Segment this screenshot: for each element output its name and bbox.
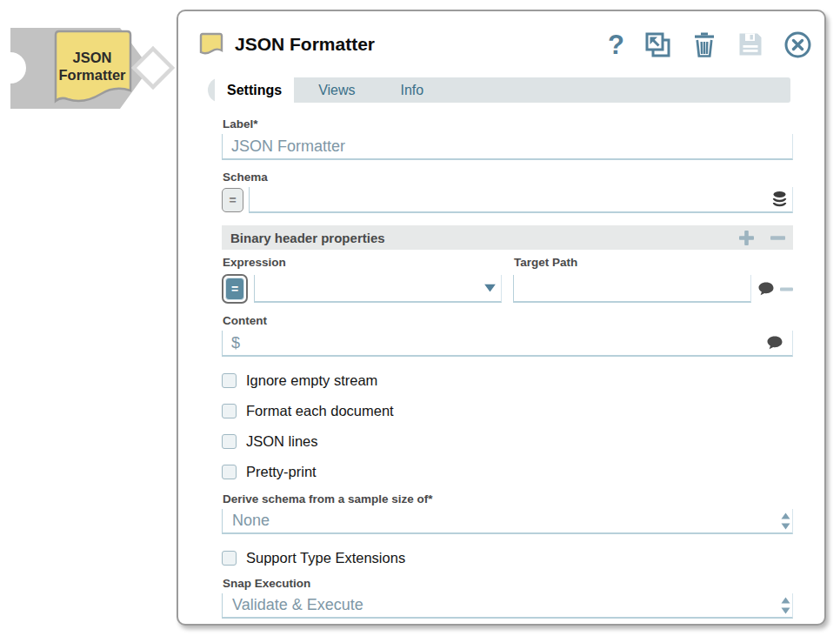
- snap-label-line2: Formatter: [58, 67, 126, 83]
- target-path-input[interactable]: [514, 279, 750, 298]
- derive-schema-value: None: [223, 512, 270, 530]
- snap-execution-field-label: Snap Execution: [223, 577, 793, 590]
- json-lines-checkbox[interactable]: [222, 434, 237, 449]
- derive-schema-field-label: Derive schema from a sample size of*: [223, 492, 793, 505]
- tab-bar: Settings Views Info: [208, 77, 790, 103]
- save-icon[interactable]: [737, 31, 763, 57]
- dialog-header: JSON Formatter ?: [197, 25, 812, 64]
- ignore-empty-stream-option: Ignore empty stream: [222, 372, 793, 389]
- binary-header-properties-title: Binary header properties: [230, 231, 385, 245]
- schema-expression-toggle[interactable]: =: [222, 188, 243, 212]
- schema-field: =: [222, 187, 793, 213]
- expression-dropdown-arrow-icon[interactable]: [484, 285, 496, 292]
- expression-toggle-active[interactable]: =: [222, 274, 248, 304]
- delete-this-row-icon[interactable]: [780, 287, 793, 291]
- support-type-extensions-label: Support Type Extensions: [246, 550, 405, 566]
- tab-info[interactable]: Info: [401, 83, 424, 98]
- snaplogic-snap-settings-screen: JSON Formatter JSON Formatter ?: [0, 0, 840, 636]
- binary-header-properties-table: Expression = Target P: [222, 256, 793, 305]
- schema-input[interactable]: [250, 191, 792, 209]
- snap-settings-dialog: JSON Formatter ?: [177, 10, 826, 626]
- label-field-label: Label*: [223, 117, 793, 131]
- snap-execution-spinner-icon[interactable]: [781, 596, 790, 614]
- delete-icon[interactable]: [691, 30, 717, 58]
- expression-input[interactable]: [255, 279, 501, 298]
- schema-suggest-database-icon[interactable]: [772, 191, 787, 209]
- close-icon[interactable]: [783, 30, 812, 59]
- format-each-document-option: Format each document: [222, 403, 793, 419]
- format-each-document-label: Format each document: [246, 403, 394, 419]
- derive-schema-select[interactable]: None: [222, 509, 793, 534]
- derive-schema-spinner-icon[interactable]: [781, 512, 790, 530]
- open-in-new-window-icon[interactable]: [644, 31, 671, 58]
- remove-row-icon[interactable]: [770, 230, 786, 246]
- snap-type-note-icon: [197, 30, 225, 58]
- label-input[interactable]: [223, 137, 792, 156]
- pipeline-snap[interactable]: JSON Formatter: [0, 5, 183, 127]
- pretty-print-option: Pretty-print: [222, 464, 793, 480]
- ignore-empty-stream-checkbox[interactable]: [222, 373, 237, 388]
- json-lines-option: JSON lines: [222, 433, 793, 450]
- target-path-column-label: Target Path: [514, 256, 793, 269]
- tab-views[interactable]: Views: [318, 83, 355, 98]
- schema-field-label: Schema: [223, 171, 793, 184]
- format-each-document-checkbox[interactable]: [222, 404, 237, 418]
- label-field: [222, 134, 793, 160]
- content-field-label: Content: [223, 314, 793, 327]
- content-field: [222, 331, 793, 357]
- snap-label-line1: JSON: [73, 50, 112, 65]
- settings-form: Label* Schema =: [222, 109, 793, 619]
- ignore-empty-stream-label: Ignore empty stream: [246, 372, 377, 389]
- support-type-extensions-checkbox[interactable]: [222, 551, 237, 566]
- tab-settings[interactable]: Settings: [215, 77, 294, 103]
- add-row-icon[interactable]: [738, 230, 755, 246]
- content-input[interactable]: [223, 334, 792, 352]
- help-icon[interactable]: ?: [608, 31, 624, 58]
- snap-execution-select[interactable]: Validate & Execute: [222, 593, 793, 619]
- dialog-title: JSON Formatter: [235, 34, 375, 55]
- pretty-print-label: Pretty-print: [246, 464, 317, 480]
- content-comment-icon[interactable]: [767, 336, 783, 350]
- binary-header-properties-bar: Binary header properties: [222, 225, 793, 250]
- target-path-comment-icon[interactable]: [758, 282, 774, 296]
- json-lines-label: JSON lines: [246, 433, 318, 450]
- snap-execution-value: Validate & Execute: [223, 596, 363, 614]
- pretty-print-checkbox[interactable]: [222, 465, 237, 479]
- support-type-extensions-option: Support Type Extensions: [222, 550, 793, 566]
- expression-column-label: Expression: [223, 256, 502, 269]
- dialog-header-actions: ?: [608, 30, 812, 59]
